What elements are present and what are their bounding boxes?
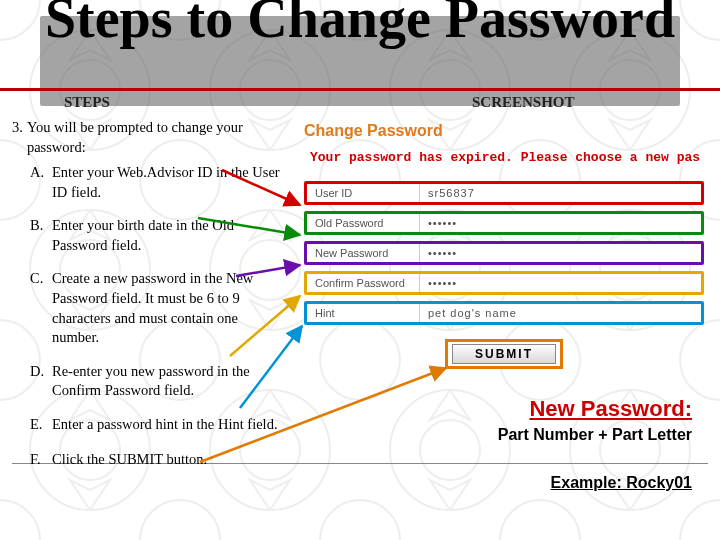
- field-label: Old Password: [307, 217, 419, 229]
- field-value: ••••••: [420, 247, 457, 259]
- substep-a: A. Enter your Web.Advisor ID in the User…: [30, 163, 280, 202]
- field-label: Confirm Password: [307, 277, 419, 289]
- substep-d: D. Re-enter you new password in the Conf…: [30, 362, 280, 401]
- expired-message: Your password has expired. Please choose…: [310, 150, 712, 165]
- form-title: Change Password: [304, 122, 712, 140]
- hint-field[interactable]: Hint pet dog's name: [304, 301, 704, 325]
- substep-letter: F.: [30, 450, 46, 470]
- confirm-password-field[interactable]: Confirm Password ••••••: [304, 271, 704, 295]
- screenshot-header: SCREENSHOT: [472, 94, 575, 111]
- substep-text: Click the SUBMIT button.: [52, 450, 280, 470]
- substep-text: Enter your birth date in the Old Passwor…: [52, 216, 280, 255]
- field-value: sr56837: [420, 187, 475, 199]
- new-password-field[interactable]: New Password ••••••: [304, 241, 704, 265]
- substep-letter: D.: [30, 362, 46, 401]
- old-password-field[interactable]: Old Password ••••••: [304, 211, 704, 235]
- new-password-rule: Part Number + Part Letter: [498, 426, 692, 444]
- step-number: 3.: [12, 118, 23, 157]
- title-divider: [0, 88, 720, 91]
- steps-column: 3. You will be prompted to change your p…: [12, 118, 280, 470]
- field-label: New Password: [307, 247, 419, 259]
- substep-text: Re-enter you new password in the Confirm…: [52, 362, 280, 401]
- substep-e: E. Enter a password hint in the Hint fie…: [30, 415, 280, 435]
- form-screenshot: Change Password Your password has expire…: [296, 118, 712, 378]
- substep-text: Enter a password hint in the Hint field.: [52, 415, 280, 435]
- field-value: ••••••: [420, 217, 457, 229]
- submit-button[interactable]: SUBMIT: [452, 344, 556, 364]
- substep-letter: C.: [30, 269, 46, 347]
- submit-highlight: SUBMIT: [445, 339, 563, 369]
- user-id-field[interactable]: User ID sr56837: [304, 181, 704, 205]
- new-password-heading: New Password:: [529, 396, 692, 422]
- field-value: ••••••: [420, 277, 457, 289]
- page-title: Steps to Change Password: [0, 0, 720, 46]
- substep-text: Enter your Web.Advisor ID in the User ID…: [52, 163, 280, 202]
- substep-text: Create a new password in the New Passwor…: [52, 269, 280, 347]
- step-3: 3. You will be prompted to change your p…: [12, 118, 280, 157]
- step-text: You will be prompted to change your pass…: [27, 118, 280, 157]
- new-password-example: Example: Rocky01: [551, 474, 692, 492]
- substep-letter: B.: [30, 216, 46, 255]
- substep-letter: E.: [30, 415, 46, 435]
- field-label: Hint: [307, 307, 419, 319]
- substep-b: B. Enter your birth date in the Old Pass…: [30, 216, 280, 255]
- substep-letter: A.: [30, 163, 46, 202]
- field-label: User ID: [307, 187, 419, 199]
- substep-f: F. Click the SUBMIT button.: [30, 450, 280, 470]
- field-value: pet dog's name: [420, 307, 517, 319]
- steps-header: STEPS: [64, 94, 110, 111]
- substep-c: C. Create a new password in the New Pass…: [30, 269, 280, 347]
